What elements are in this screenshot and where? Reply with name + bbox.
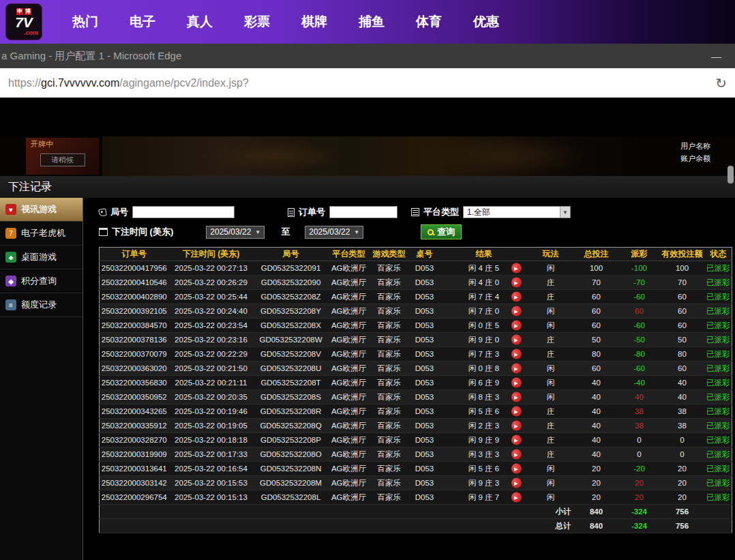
cell-game-type: 百家乐 <box>370 261 409 276</box>
cell-bet-time: 2025-03-22 00:24:40 <box>169 304 254 319</box>
play-video-button[interactable]: ▶ <box>511 306 522 316</box>
cell-result: 闲 4 庄 0 ▶ <box>440 276 528 290</box>
col-result: 结果 <box>440 248 528 261</box>
nav-item-hot[interactable]: 热门 <box>72 13 98 31</box>
platform-label: 平台类型 <box>423 206 459 218</box>
cell-platform: AG欧洲厅 <box>329 261 370 276</box>
cell-valid-bet: 60 <box>660 362 705 376</box>
cell-payout: 60 <box>619 304 660 319</box>
play-video-button[interactable]: ▶ <box>511 292 522 302</box>
cell-result: 闲 9 庄 9 ▶ <box>440 433 528 447</box>
cell-status: 已派彩 <box>705 433 732 447</box>
platform-select[interactable]: 1.全部 ▼ <box>463 206 571 218</box>
cell-table-no: D053 <box>409 462 440 476</box>
cell-play: 闲 <box>528 362 574 376</box>
cell-round-no: GD0532532208M <box>254 476 329 490</box>
cell-total-bet: 40 <box>574 376 619 390</box>
nav-item-fishing[interactable]: 捕鱼 <box>359 13 385 31</box>
cell-result: 闲 5 庄 6 ▶ <box>440 404 528 419</box>
cell-valid-bet: 20 <box>660 490 705 505</box>
cell-total-bet: 60 <box>574 319 619 333</box>
date-to-select[interactable]: 2025/03/22 ▼ <box>305 226 363 239</box>
sidebar-item-video-games[interactable]: ♥ 视讯游戏 <box>0 198 82 222</box>
cell-play: 闲 <box>528 390 574 404</box>
game-thumbnail[interactable]: 开牌中 请稍候 <box>26 138 99 175</box>
play-video-button[interactable]: ▶ <box>511 263 522 274</box>
sidebar-item-points-query[interactable]: ◆ 积分查询 <box>0 269 82 293</box>
cell-game-type: 百家乐 <box>370 347 409 362</box>
cell-order-no: 250322000378136 <box>100 333 169 347</box>
order-input[interactable] <box>329 206 397 218</box>
browser-title-bar: a Gaming - 用户配置 1 - Microsoft Edge — <box>0 44 735 68</box>
refresh-icon[interactable]: ↻ <box>715 75 727 91</box>
platform-selected-value: 1.全部 <box>467 207 490 218</box>
cell-table-no: D053 <box>409 447 440 462</box>
play-video-button[interactable]: ▶ <box>511 335 522 345</box>
cell-play: 庄 <box>528 404 574 419</box>
col-bet-time: 下注时间 (美东) <box>169 248 254 261</box>
nav-item-live[interactable]: 真人 <box>187 13 213 31</box>
sidebar-item-slot-machine[interactable]: 7 电子老虎机 <box>0 222 82 246</box>
play-video-button[interactable]: ▶ <box>511 278 522 288</box>
cell-result: 闲 2 庄 3 ▶ <box>440 419 528 433</box>
url-scheme: https:// <box>8 77 41 89</box>
nav-item-cards[interactable]: 棋牌 <box>301 13 327 31</box>
play-video-button[interactable]: ▶ <box>511 392 522 402</box>
cell-platform: AG欧洲厅 <box>329 376 370 390</box>
search-button[interactable]: 查询 <box>421 224 462 239</box>
cell-order-no: 250322000356830 <box>100 376 169 390</box>
play-video-button[interactable]: ▶ <box>511 421 522 431</box>
cell-platform: AG欧洲厅 <box>329 419 370 433</box>
nav-item-lottery[interactable]: 彩票 <box>244 13 270 31</box>
play-video-button[interactable]: ▶ <box>511 492 522 503</box>
cell-table-no: D053 <box>409 404 440 419</box>
play-video-button[interactable]: ▶ <box>511 478 522 488</box>
date-from-select[interactable]: 2025/03/22 ▼ <box>206 226 265 239</box>
play-video-button[interactable]: ▶ <box>511 450 522 460</box>
table-row: 250322000384570 2025-03-22 00:23:54 GD05… <box>100 319 732 333</box>
url-bar[interactable]: https://gci.7vvvvvv.com/agingame/pcv2/in… <box>0 68 735 98</box>
cell-total-bet: 80 <box>574 347 619 362</box>
play-video-button[interactable]: ▶ <box>511 407 522 417</box>
cell-total-bet: 60 <box>574 304 619 319</box>
play-video-button[interactable]: ▶ <box>511 321 522 331</box>
chevron-down-icon: ▼ <box>560 207 570 218</box>
sidebar-item-label: 额度记录 <box>21 299 57 311</box>
cell-total-bet: 100 <box>574 261 619 276</box>
cell-platform: AG欧洲厅 <box>329 333 370 347</box>
cell-status: 已派彩 <box>705 404 732 419</box>
date-to-value: 2025/03/22 <box>309 227 350 237</box>
cell-order-no: 250322000303142 <box>100 476 169 490</box>
nav-item-promo[interactable]: 优惠 <box>473 13 499 31</box>
cell-valid-bet: 0 <box>660 433 705 447</box>
result-text: 闲 2 庄 3 <box>468 422 499 430</box>
play-video-button[interactable]: ▶ <box>511 464 522 474</box>
table-row: 250322000402890 2025-03-22 00:25:44 GD05… <box>100 290 732 304</box>
subtotal-row: 小计 840 -324 756 <box>100 505 732 519</box>
play-video-button[interactable]: ▶ <box>511 435 522 445</box>
result-text: 闲 7 庄 4 <box>468 293 499 301</box>
cell-game-type: 百家乐 <box>370 362 409 376</box>
table-footer: 小计 840 -324 756 总计 840 -324 756 <box>100 505 732 533</box>
cell-bet-time: 2025-03-22 00:17:33 <box>169 447 254 462</box>
cell-result: 闲 8 庄 3 ▶ <box>440 390 528 404</box>
nav-item-slots[interactable]: 电子 <box>130 13 155 31</box>
cell-platform: AG欧洲厅 <box>329 490 370 505</box>
col-payout: 派彩 <box>619 248 660 261</box>
sidebar-item-credit-records[interactable]: ≡ 额度记录 <box>0 293 82 317</box>
cell-round-no: GD0532532208Y <box>254 304 329 319</box>
cell-total-bet: 40 <box>574 433 619 447</box>
play-video-button[interactable]: ▶ <box>511 364 522 374</box>
minimize-button[interactable]: — <box>711 50 721 62</box>
cell-status: 已派彩 <box>705 319 732 333</box>
nav-item-sports[interactable]: 体育 <box>416 13 442 31</box>
cell-payout: -40 <box>619 376 660 390</box>
scrollbar-thumb[interactable] <box>728 166 734 183</box>
sidebar-item-table-games[interactable]: ♣ 桌面游戏 <box>0 246 82 269</box>
round-input[interactable] <box>132 206 235 218</box>
cell-valid-bet: 0 <box>660 447 705 462</box>
sidebar-item-label: 桌面游戏 <box>21 251 57 263</box>
site-logo[interactable]: 申 博 7V .com <box>5 3 42 40</box>
play-video-button[interactable]: ▶ <box>511 349 522 359</box>
play-video-button[interactable]: ▶ <box>511 378 522 388</box>
